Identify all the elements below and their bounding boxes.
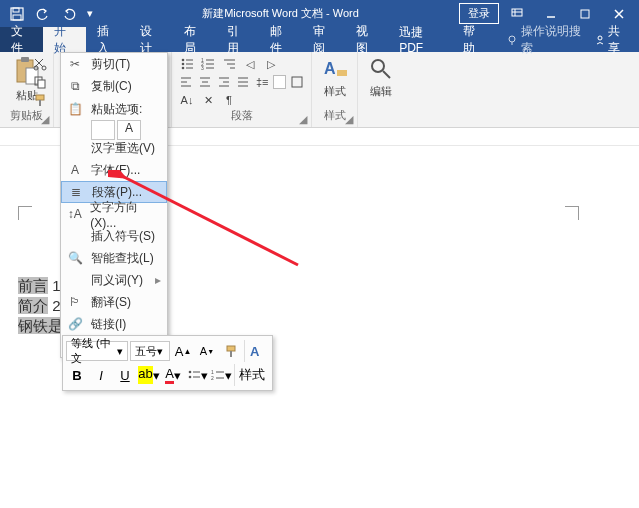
mini-font-color[interactable]: A▾ [162, 364, 184, 386]
mini-shrink-font[interactable]: A▼ [196, 340, 218, 362]
share-button[interactable]: 共享 [584, 23, 639, 57]
mini-format-painter[interactable] [220, 340, 242, 362]
svg-point-48 [372, 60, 384, 72]
menu-copy[interactable]: ⧉复制(C) [61, 75, 167, 97]
mini-numbering[interactable]: 12▾ [210, 364, 232, 386]
launcher-styles[interactable]: ◢ [344, 114, 354, 124]
mini-bold[interactable]: B [66, 364, 88, 386]
translate-icon: 🏳 [67, 294, 83, 310]
tab-layout[interactable]: 布局 [173, 27, 216, 52]
launcher-paragraph[interactable]: ◢ [298, 114, 308, 124]
justify[interactable] [235, 74, 251, 90]
mini-styles[interactable]: A [244, 340, 269, 362]
svg-rect-1 [13, 8, 19, 12]
shading[interactable] [273, 75, 286, 89]
find-icon [368, 56, 394, 82]
qat-customize[interactable]: ▾ [84, 3, 96, 25]
undo-button[interactable] [32, 3, 54, 25]
svg-point-13 [42, 66, 46, 70]
svg-rect-45 [292, 77, 302, 87]
asian-layout[interactable]: ✕ [199, 92, 217, 108]
tab-review[interactable]: 审阅 [302, 27, 345, 52]
window-title: 新建Microsoft Word 文档 - Word [102, 6, 459, 21]
menu-link[interactable]: 🔗链接(I) [61, 313, 167, 335]
mini-italic[interactable]: I [90, 364, 112, 386]
tab-help[interactable]: 帮助 [452, 27, 495, 52]
copy-icon: ⧉ [67, 78, 83, 94]
numbering[interactable]: 123 [199, 56, 217, 72]
tab-view[interactable]: 视图 [345, 27, 388, 52]
redo-button[interactable] [58, 3, 80, 25]
search-placeholder: 操作说明搜索 [521, 23, 584, 57]
svg-point-8 [598, 36, 602, 40]
svg-point-57 [188, 376, 191, 379]
menu-hanzi-reselect[interactable]: 汉字重选(V) [61, 137, 167, 159]
menu-font[interactable]: A字体(F)... [61, 159, 167, 181]
sort[interactable]: A↓ [178, 92, 196, 108]
mini-styles-label[interactable]: 样式 [234, 364, 269, 386]
line-spacing[interactable]: ‡≡ [254, 74, 270, 90]
multilevel-icon [222, 57, 236, 71]
numbering-icon: 123 [201, 57, 215, 71]
menu-insert-symbol[interactable]: 插入符号(S) [61, 225, 167, 247]
copy-icon [33, 75, 47, 89]
launcher-clipboard[interactable]: ◢ [40, 114, 50, 124]
increase-indent[interactable]: ▷ [262, 56, 280, 72]
menu-smart-lookup[interactable]: 🔍智能查找(L) [61, 247, 167, 269]
align-center[interactable] [197, 74, 213, 90]
mini-underline[interactable]: U [114, 364, 136, 386]
font-a-icon: A [67, 162, 83, 178]
decrease-indent[interactable]: ◁ [241, 56, 259, 72]
login-button[interactable]: 登录 [459, 3, 499, 24]
brush-icon [33, 93, 47, 107]
editing-button[interactable]: 编辑 [364, 54, 398, 101]
tab-design[interactable]: 设计 [129, 27, 172, 52]
align-left[interactable] [178, 74, 194, 90]
search-icon: 🔍 [67, 250, 83, 266]
tab-references[interactable]: 引用 [216, 27, 259, 52]
paste-keep-source[interactable] [91, 120, 115, 140]
text-direction-icon: ↕A [67, 206, 82, 222]
share-icon [594, 34, 604, 46]
svg-text:A: A [324, 60, 336, 77]
group-paragraph: 123 ◁ ▷ ‡≡ A↓ ✕ ¶ 段落 ◢ [172, 52, 312, 127]
multilevel-list[interactable] [220, 56, 238, 72]
mini-bullets[interactable]: ▾ [186, 364, 208, 386]
bullets[interactable] [178, 56, 196, 72]
brush-icon [224, 344, 238, 358]
mini-font-size[interactable]: 五号▾ [130, 341, 170, 361]
lightbulb-icon [506, 34, 516, 46]
page-corner-tr [565, 206, 579, 220]
paste-text-only[interactable]: A [117, 120, 141, 140]
format-painter-button[interactable] [31, 92, 49, 108]
save-button[interactable] [6, 3, 28, 25]
group-clipboard: 粘贴 剪贴板 ◢ [0, 52, 54, 127]
menu-text-direction[interactable]: ↕A文字方向(X)... [61, 203, 167, 225]
tab-mailings[interactable]: 邮件 [259, 27, 302, 52]
tab-home[interactable]: 开始 [43, 27, 86, 52]
quick-access-toolbar: ▾ [0, 3, 102, 25]
copy-button[interactable] [31, 74, 49, 90]
align-right[interactable] [216, 74, 232, 90]
tab-file[interactable]: 文件 [0, 27, 43, 52]
menu-translate[interactable]: 🏳翻译(S) [61, 291, 167, 313]
svg-rect-5 [581, 10, 589, 18]
mini-font-name[interactable]: 等线 (中文▾ [66, 341, 128, 361]
mini-highlight[interactable]: ab▾ [138, 364, 160, 386]
svg-point-20 [182, 63, 185, 66]
show-marks[interactable]: ¶ [220, 92, 238, 108]
cut-button[interactable] [31, 56, 49, 72]
menu-synonyms[interactable]: 同义词(Y)▸ [61, 269, 167, 291]
styles-button[interactable]: A 样式 [318, 54, 351, 101]
tab-insert[interactable]: 插入 [86, 27, 129, 52]
borders[interactable] [289, 74, 305, 90]
svg-rect-10 [21, 57, 29, 62]
mini-grow-font[interactable]: A▲ [172, 340, 194, 362]
tab-pdf[interactable]: 迅捷PDF [388, 27, 452, 52]
menu-cut[interactable]: ✂剪切(T) [61, 53, 167, 75]
tell-me-search[interactable]: 操作说明搜索 [506, 23, 584, 57]
svg-point-18 [182, 59, 185, 62]
svg-line-49 [383, 71, 390, 78]
scissors-icon [33, 57, 47, 71]
svg-rect-47 [337, 70, 347, 76]
